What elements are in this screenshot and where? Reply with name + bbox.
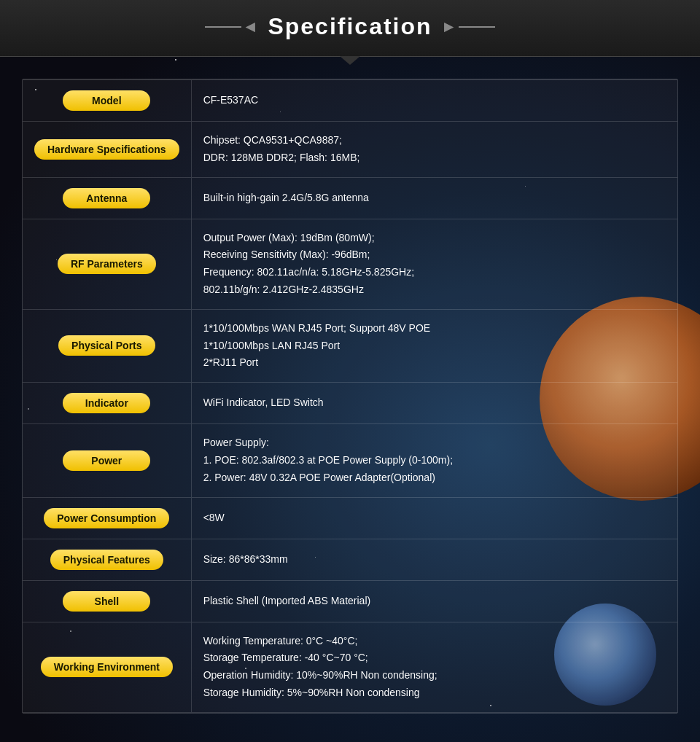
label-cell: Physical Ports — [23, 309, 191, 382]
table-row: Working EnvironmentWorking Temperature: … — [23, 622, 677, 712]
label-cell: Model — [23, 80, 191, 122]
table-row: IndicatorWiFi Indicator, LED Switch — [23, 383, 677, 424]
label-badge: Power — [63, 450, 150, 471]
header-title-container: ◀ Specification ▶ — [205, 13, 494, 40]
value-cell: CF-E537AC — [191, 80, 677, 122]
label-badge: RF Parameters — [58, 254, 156, 274]
label-badge: Antenna — [63, 188, 150, 208]
label-badge: Power Consumption — [44, 508, 169, 528]
label-badge: Shell — [63, 591, 150, 612]
deco-line-left — [205, 26, 241, 28]
value-cell: Plastic Shell (Imported ABS Material) — [191, 580, 677, 622]
label-badge: Model — [63, 90, 150, 111]
label-cell: Working Environment — [23, 622, 191, 712]
label-cell: Indicator — [23, 383, 191, 424]
label-badge: Physical Ports — [58, 335, 155, 356]
table-row: Physical FeaturesSize: 86*86*33mm — [23, 539, 677, 580]
label-cell: Hardware Specifications — [23, 122, 191, 178]
label-cell: RF Parameters — [23, 219, 191, 309]
label-badge: Working Environment — [41, 657, 173, 677]
value-cell: Power Supply:1. POE: 802.3af/802.3 at PO… — [191, 424, 677, 497]
table-row: PowerPower Supply:1. POE: 802.3af/802.3 … — [23, 424, 677, 497]
value-cell: 1*10/100Mbps WAN RJ45 Port; Support 48V … — [191, 309, 677, 382]
main-content: ModelCF-E537ACHardware SpecificationsChi… — [0, 57, 700, 735]
deco-left: ◀ — [205, 20, 256, 34]
value-cell: Built-in high-gain 2.4G/5.8G antenna — [191, 177, 677, 219]
spec-table: ModelCF-E537ACHardware SpecificationsChi… — [23, 79, 677, 713]
table-row: Power Consumption<8W — [23, 497, 677, 539]
value-cell: <8W — [191, 497, 677, 539]
label-cell: Power — [23, 424, 191, 497]
label-badge: Physical Features — [50, 550, 163, 570]
deco-line-right — [459, 26, 495, 28]
page-header: ◀ Specification ▶ — [0, 0, 700, 57]
label-cell: Shell — [23, 580, 191, 622]
spec-table-wrapper: ModelCF-E537ACHardware SpecificationsChi… — [22, 79, 678, 714]
table-row: ModelCF-E537AC — [23, 80, 677, 122]
page-title: Specification — [268, 13, 432, 40]
value-cell: Working Temperature: 0°C ~40°C;Storage T… — [191, 622, 677, 712]
value-cell: WiFi Indicator, LED Switch — [191, 383, 677, 424]
table-row: RF ParametersOutput Power (Max): 19dBm (… — [23, 219, 677, 309]
label-badge: Indicator — [63, 393, 150, 413]
label-cell: Physical Features — [23, 539, 191, 580]
label-cell: Antenna — [23, 177, 191, 219]
label-cell: Power Consumption — [23, 497, 191, 539]
table-row: ShellPlastic Shell (Imported ABS Materia… — [23, 580, 677, 622]
table-row: AntennaBuilt-in high-gain 2.4G/5.8G ante… — [23, 177, 677, 219]
value-cell: Output Power (Max): 19dBm (80mW);Receivi… — [191, 219, 677, 309]
label-badge: Hardware Specifications — [34, 139, 179, 160]
value-cell: Size: 86*86*33mm — [191, 539, 677, 580]
deco-right: ▶ — [444, 20, 495, 34]
deco-arrow-left: ◀ — [246, 20, 256, 34]
value-cell: Chipset: QCA9531+QCA9887;DDR: 128MB DDR2… — [191, 122, 677, 178]
table-row: Hardware SpecificationsChipset: QCA9531+… — [23, 122, 677, 178]
table-row: Physical Ports1*10/100Mbps WAN RJ45 Port… — [23, 309, 677, 382]
deco-arrow-right: ▶ — [444, 20, 454, 34]
